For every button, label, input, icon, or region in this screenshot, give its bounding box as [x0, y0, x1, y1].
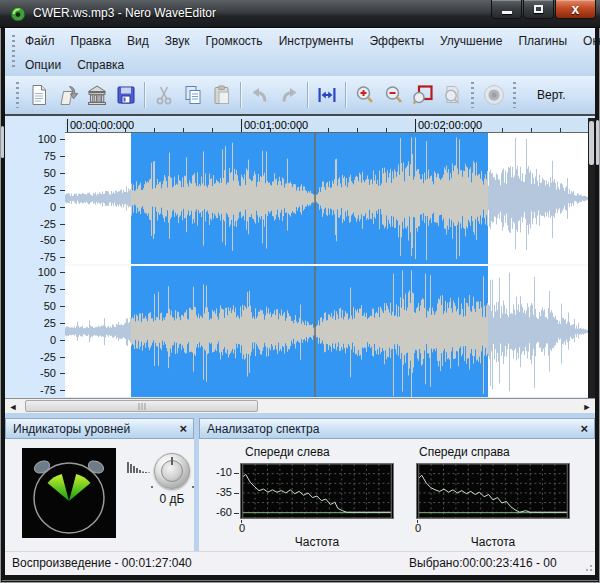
ruler-minor-tick: [502, 128, 503, 132]
ruler-time-label: 00:01:00:000: [244, 119, 308, 131]
maximize-button[interactable]: [523, 0, 554, 19]
amplitude-tick-label: -25: [40, 218, 56, 230]
toolbar-grip-handle[interactable]: [471, 82, 474, 108]
spectrum-analyzer-close-icon[interactable]: ×: [580, 421, 588, 437]
ruler-minor-tick: [531, 128, 532, 132]
amplitude-tick-label: 0: [50, 334, 56, 346]
record-button[interactable]: [479, 80, 508, 110]
level-indicators-close-icon[interactable]: ×: [179, 421, 187, 437]
audio-library-button[interactable]: [82, 80, 111, 110]
spectrum-chart-right: [416, 463, 570, 519]
time-ruler[interactable]: 00:00:00:00000:01:00:00000:02:00:0000: [65, 118, 588, 133]
level-indicators-header[interactable]: Индикаторы уровней ×: [5, 418, 194, 439]
menu-эффекты[interactable]: Эффекты: [361, 32, 432, 50]
undo-button[interactable]: [245, 80, 274, 110]
minimize-icon: [502, 11, 512, 14]
selection-status: Выбрано:00:00:23:416 - 00: [409, 556, 581, 570]
amplitude-tick-label: 75: [44, 283, 56, 295]
horizontal-scrollbar[interactable]: ◄ ►: [5, 398, 595, 413]
new-file-button[interactable]: [24, 80, 53, 110]
toolbar-separator: [307, 82, 308, 108]
paste-button[interactable]: [207, 80, 236, 110]
spectrum-left-xlabel: Частота: [240, 535, 394, 549]
record-icon: [482, 83, 506, 107]
zoom-in-button[interactable]: [350, 80, 379, 110]
gain-knob[interactable]: [154, 453, 190, 489]
amplitude-tick-label: 25: [44, 184, 56, 196]
spectrum-right-xlabel: Частота: [416, 535, 570, 549]
zoom-full-button[interactable]: [437, 80, 466, 110]
knob-tick-right: [192, 486, 194, 488]
frame-left-thumb: [1, 126, 4, 158]
scroll-left-arrow[interactable]: ◄: [6, 400, 20, 413]
scroll-right-arrow[interactable]: ►: [580, 400, 594, 413]
close-icon: x: [572, 2, 580, 16]
copy-icon: [181, 83, 205, 107]
playback-status: Воспроизведение - 00:01:27:040: [12, 556, 192, 570]
amplitude-tick-label: 100: [38, 266, 56, 278]
vu-meter: [22, 448, 116, 538]
ruler-minor-tick: [560, 128, 561, 132]
waveform-view: 1007550250-25-50-751007550250-25-50-75 0…: [5, 116, 595, 398]
amplitude-tick-label: 50: [44, 167, 56, 179]
menu-звук[interactable]: Звук: [157, 32, 198, 50]
spectrum-y-tick: [234, 513, 239, 514]
amplitude-tick-label: -75: [40, 251, 56, 263]
redo-icon: [277, 83, 301, 107]
open-file-icon: [56, 83, 80, 107]
horizontal-scrollbar-thumb[interactable]: [25, 400, 258, 412]
spectrum-left-title: Спереди слева: [245, 445, 330, 459]
menu-справка[interactable]: Справка: [69, 56, 132, 74]
menu-файл[interactable]: Файл: [17, 32, 63, 50]
toolbar-grip-handle[interactable]: [16, 82, 19, 108]
menu-grip-handle[interactable]: [12, 35, 15, 70]
vertical-zoom-label[interactable]: Верт.: [537, 88, 566, 102]
menu-вид[interactable]: Вид: [119, 32, 157, 50]
ruler-time-label: 00:00:00:000: [70, 119, 134, 131]
menu-bar: ФайлПравкаВидЗвукГромкостьИнструментыЭфф…: [5, 28, 595, 76]
ruler-minor-tick: [212, 128, 213, 132]
menu-улучшение[interactable]: Улучшение: [432, 32, 510, 50]
scrollbar-grip-icon: [138, 403, 145, 410]
vertical-scrollbar[interactable]: [588, 118, 595, 398]
zoom-out-button[interactable]: [379, 80, 408, 110]
title-bar[interactable]: CWER.ws.mp3 - Nero WaveEditor x: [0, 0, 600, 28]
spectrum-analyzer-body: Спереди слева Спереди справа 0 0 Частота…: [199, 439, 595, 551]
save-button[interactable]: [111, 80, 140, 110]
cut-button[interactable]: [149, 80, 178, 110]
redo-button[interactable]: [274, 80, 303, 110]
menu-инструменты[interactable]: Инструменты: [271, 32, 362, 50]
menu-плагины[interactable]: Плагины: [510, 32, 575, 50]
menu-правка[interactable]: Правка: [63, 32, 120, 50]
spectrum-analyzer-header[interactable]: Анализатор спектра ×: [199, 418, 595, 439]
ruler-major-tick: [415, 119, 416, 132]
level-scale-icon: [127, 461, 151, 474]
open-file-button[interactable]: [53, 80, 82, 110]
fit-width-icon: [315, 83, 339, 107]
zoom-selection-button[interactable]: [408, 80, 437, 110]
spectrum-y-tick: [234, 493, 239, 494]
close-button[interactable]: x: [555, 0, 596, 19]
frame-right-thumb: [596, 120, 599, 165]
fit-width-button[interactable]: [312, 80, 341, 110]
ruler-time-label: 00:02:00:000: [418, 119, 482, 131]
toolbar-grip-handle[interactable]: [513, 82, 516, 108]
amplitude-tick-label: -50: [40, 367, 56, 379]
menu-окна[interactable]: Окна: [575, 32, 600, 50]
waveform-channel-left[interactable]: [65, 133, 588, 264]
menu-row-2: ОпцииСправка: [5, 53, 595, 77]
level-indicators-title: Индикаторы уровней: [13, 422, 130, 436]
ruler-minor-tick: [154, 128, 155, 132]
undo-icon: [248, 83, 272, 107]
nero-app-icon: [10, 6, 26, 22]
amplitude-tick-label: -75: [40, 384, 56, 396]
resize-grip-icon[interactable]: [583, 562, 593, 572]
menu-громкость[interactable]: Громкость: [197, 32, 270, 50]
minimize-button[interactable]: [491, 0, 522, 19]
copy-button[interactable]: [178, 80, 207, 110]
spectrum-y-tick-label: -10: [206, 466, 232, 478]
vertical-scrollbar-thumb[interactable]: [589, 121, 594, 165]
waveform-channel-right[interactable]: [65, 266, 588, 397]
menu-опции[interactable]: Опции: [17, 56, 69, 74]
knob-tick-left: [151, 486, 153, 488]
